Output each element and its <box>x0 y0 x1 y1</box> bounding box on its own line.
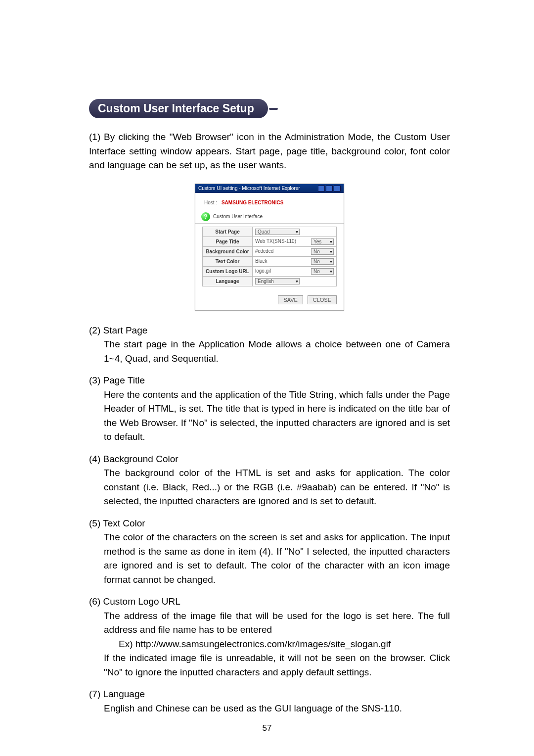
item-title: Custom Logo URL <box>103 596 180 607</box>
host-label: Host : <box>204 200 217 205</box>
item-title: Page Title <box>103 375 145 385</box>
section-heading: Custom User Interface Setup <box>89 99 268 118</box>
brand-logo: SAMSUNG ELECTRONICS <box>222 200 284 205</box>
page-number: 57 <box>0 723 534 733</box>
item-title: Language <box>103 689 145 699</box>
intro-text: By clicking the "Web Browser" icon in th… <box>89 132 450 170</box>
item-body2: If the indicated image file is unreadabl… <box>104 651 450 679</box>
item-num: (3) <box>89 374 100 388</box>
list-item: (2) Start Page The start page in the App… <box>89 324 450 366</box>
page-title-input[interactable]: Web TX(SNS-110) <box>255 238 296 244</box>
item-body: The address of the image file that will … <box>104 609 450 637</box>
row-label: Custom Logo URL <box>203 266 253 276</box>
item-num: (2) <box>89 324 100 338</box>
page-title-opt[interactable]: Yes <box>311 238 334 245</box>
close-icon[interactable] <box>334 186 341 191</box>
logo-url-opt[interactable]: No <box>311 268 334 275</box>
list-item: (4) Background Color The background colo… <box>89 452 450 509</box>
max-icon[interactable] <box>326 186 333 191</box>
figure-section-title: Custom User Interface <box>213 214 263 219</box>
item-body: The color of the characters on the scree… <box>104 530 450 587</box>
row-label: Language <box>203 276 253 286</box>
item-example: Ex) http://www.samsungelectronics.com/kr… <box>104 637 450 652</box>
item-body: The start page in the Application Mode a… <box>104 337 450 366</box>
intro-paragraph: (1)By clicking the "Web Browser" icon in… <box>89 130 450 173</box>
save-button[interactable]: SAVE <box>278 295 303 304</box>
list-item: (7) Language English and Chinese can be … <box>89 687 450 715</box>
item-body: English and Chinese can be used as the G… <box>104 702 450 716</box>
row-label: Background Color <box>203 246 253 256</box>
item-body: Here the contents and the application of… <box>104 388 450 444</box>
item-title: Text Color <box>103 518 145 528</box>
close-button[interactable]: CLOSE <box>308 295 337 304</box>
list-item: (6) Custom Logo URL The address of the i… <box>89 595 450 679</box>
row-label: Text Color <box>203 256 253 266</box>
intro-num: (1) <box>89 130 104 144</box>
bg-color-opt[interactable]: No <box>311 248 334 255</box>
list-item: (5) Text Color The color of the characte… <box>89 517 450 587</box>
item-body: The background color of the HTML is set … <box>104 466 450 509</box>
start-page-select[interactable]: Quad <box>255 229 300 235</box>
min-icon[interactable] <box>318 186 325 191</box>
settings-table: Start Page Quad Page Title Web TX(SNS-11… <box>202 227 337 286</box>
row-label: Page Title <box>203 236 253 246</box>
logo-url-input[interactable]: logo.gif <box>255 268 271 274</box>
item-num: (5) <box>89 517 100 531</box>
language-select[interactable]: English <box>255 278 300 284</box>
text-color-input[interactable]: Black <box>255 258 267 264</box>
row-label: Start Page <box>203 227 253 236</box>
item-title: Start Page <box>103 325 148 335</box>
window-title: Custom UI setting - Microsoft Internet E… <box>198 186 300 191</box>
question-icon: ? <box>201 212 210 221</box>
screenshot-window: Custom UI setting - Microsoft Internet E… <box>195 184 344 311</box>
item-title: Background Color <box>103 454 178 464</box>
list-item: (3) Page Title Here the contents and the… <box>89 374 450 444</box>
text-color-opt[interactable]: No <box>311 258 334 265</box>
item-num: (4) <box>89 452 100 467</box>
bg-color-input[interactable]: #cdcdcd <box>255 248 273 254</box>
item-num: (6) <box>89 595 100 609</box>
item-num: (7) <box>89 687 100 702</box>
